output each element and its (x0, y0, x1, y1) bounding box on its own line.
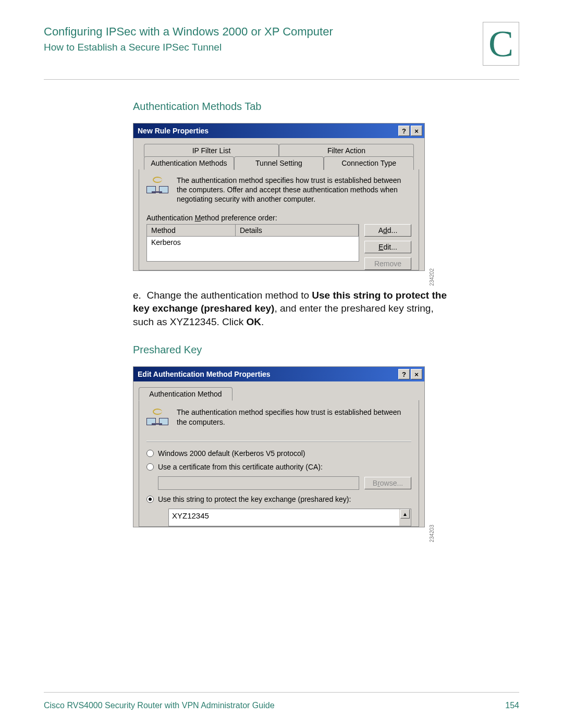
edit-button[interactable]: Edit... (364, 241, 411, 253)
method-name: Kerberos (151, 238, 181, 246)
footer-page-number: 154 (505, 701, 519, 710)
tab-panel-auth-methods: The authentication method specifies how … (139, 169, 419, 270)
tab-authentication-methods[interactable]: Authentication Methods (144, 156, 234, 170)
browse-button: Browse... (364, 477, 411, 489)
help-button[interactable]: ? (398, 126, 410, 136)
network-auth-icon (146, 176, 169, 199)
tab-panel-auth-method: The authentication method specifies how … (139, 400, 419, 527)
scroll-up-icon[interactable]: ▲ (400, 509, 410, 519)
preshared-key-value: XYZ12345 (169, 509, 399, 526)
ca-input (158, 476, 359, 490)
remove-button: Remove (364, 257, 411, 270)
scrollbar[interactable]: ▲ (399, 509, 411, 526)
dialog-title: Edit Authentication Method Properties (138, 370, 271, 378)
figure-reference: 234203 (429, 525, 435, 542)
column-header-method: Method (147, 225, 236, 237)
section-title-auth-methods: Authentication Methods Tab (133, 101, 563, 113)
tab-ip-filter-list[interactable]: IP Filter List (144, 144, 279, 157)
titlebar: Edit Authentication Method Properties ? … (133, 367, 424, 381)
header-rule (44, 79, 519, 80)
section-title-preshared-key: Preshared Key (133, 344, 563, 356)
radio-kerberos[interactable] (146, 450, 154, 457)
chapter-title: Configuring IPSec with a Windows 2000 or… (44, 25, 483, 39)
column-header-details: Details (236, 225, 359, 237)
tab-authentication-method[interactable]: Authentication Method (139, 387, 232, 401)
help-button[interactable]: ? (398, 369, 410, 379)
dialog-new-rule-properties: New Rule Properties ? × IP Filter List F… (133, 123, 425, 271)
radio-certificate-label: Use a certificate from this certificate … (158, 463, 323, 471)
titlebar: New Rule Properties ? × (133, 124, 424, 138)
preference-order-label: Authentication Method preference order: (146, 214, 411, 222)
auth-method-list[interactable]: Method Details Kerberos (146, 224, 359, 262)
radio-preshared-key-label: Use this string to protect the key excha… (158, 495, 351, 503)
add-button[interactable]: Add... (364, 224, 411, 237)
chapter-subtitle: How to Establish a Secure IPSec Tunnel (44, 42, 483, 53)
radio-kerberos-label: Windows 2000 default (Kerberos V5 protoc… (158, 449, 305, 458)
radio-preshared-key[interactable] (146, 496, 154, 503)
step-e-text: e. Change the authentication method to U… (133, 289, 456, 329)
radio-certificate[interactable] (146, 463, 154, 471)
dialog-edit-auth-method: Edit Authentication Method Properties ? … (133, 366, 425, 527)
panel-separator (146, 441, 411, 442)
dialog-title: New Rule Properties (138, 127, 209, 135)
footer-doc-title: Cisco RVS4000 Security Router with VPN A… (44, 701, 275, 710)
close-button[interactable]: × (411, 126, 422, 136)
tab-tunnel-setting[interactable]: Tunnel Setting (234, 156, 324, 170)
appendix-letter: C (483, 22, 519, 66)
auth-description: The authentication method specifies how … (177, 408, 411, 426)
auth-description: The authentication method specifies how … (177, 176, 411, 204)
figure-reference: 234202 (429, 268, 435, 286)
preshared-key-input[interactable]: XYZ12345 ▲ (168, 509, 411, 526)
network-auth-icon (146, 408, 169, 430)
close-button[interactable]: × (411, 369, 422, 379)
tab-filter-action[interactable]: Filter Action (279, 144, 414, 157)
tab-connection-type[interactable]: Connection Type (324, 156, 414, 170)
list-item[interactable]: Kerberos (147, 237, 359, 248)
page-footer: Cisco RVS4000 Security Router with VPN A… (44, 692, 519, 710)
page-header: Configuring IPSec with a Windows 2000 or… (0, 0, 563, 66)
